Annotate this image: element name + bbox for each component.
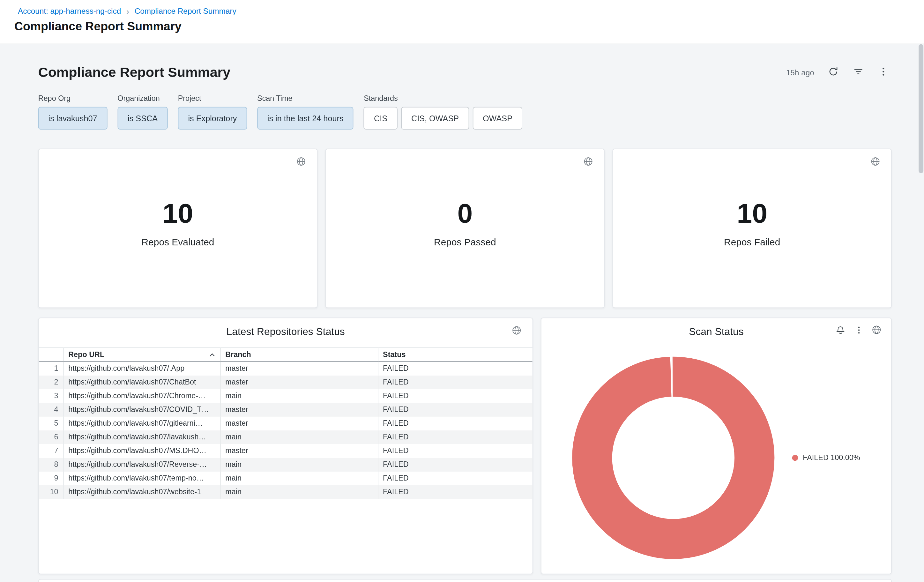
refresh-button[interactable] <box>825 64 842 81</box>
breadcrumb: Account: app-harness-ng-cicd › Complianc… <box>18 7 910 16</box>
filter-label: Project <box>178 94 247 103</box>
table-row: 8https://github.com/lavakush07/Reverse-…… <box>39 458 533 471</box>
repo-url-cell: https://github.com/lavakush07/website-1 <box>63 485 220 499</box>
kebab-menu-icon <box>878 66 889 79</box>
status-cell: FAILED <box>378 416 533 430</box>
filter-chip-project[interactable]: is Exploratory <box>178 107 247 130</box>
filter-group-repo-org: Repo Org is lavakush07 <box>38 94 107 130</box>
column-header-repo-url[interactable]: Repo URL <box>63 348 220 361</box>
status-cell: FAILED <box>378 485 533 499</box>
dashboard-actions: 15h ago <box>786 64 892 81</box>
breadcrumb-separator-icon: › <box>126 7 129 15</box>
stat-tile-row: 10 Repos Evaluated 0 Repos Passed 10 Rep… <box>38 149 892 308</box>
repo-url-cell: https://github.com/lavakush07/Reverse-… <box>63 458 220 471</box>
scan-donut-slice[interactable] <box>592 376 754 539</box>
tile-more-button[interactable] <box>853 325 865 337</box>
column-header-label: Status <box>383 350 406 359</box>
filter-chip-repo-org[interactable]: is lavakush07 <box>38 107 107 130</box>
dashboard-content: Compliance Report Summary 15h ago <box>0 44 924 582</box>
filter-chip-organization[interactable]: is SSCA <box>117 107 168 130</box>
scan-status-donut-chart <box>572 356 775 559</box>
next-tile-partial <box>38 579 892 582</box>
filter-chip-scan-time[interactable]: is in the last 24 hours <box>257 107 353 130</box>
refresh-icon <box>828 66 839 79</box>
status-cell: FAILED <box>378 403 533 416</box>
filter-group-project: Project is Exploratory <box>178 94 247 130</box>
table-row: 10https://github.com/lavakush07/website-… <box>39 485 533 499</box>
filter-label: Scan Time <box>257 94 353 103</box>
column-header-label: Branch <box>225 350 251 359</box>
last-refresh-label: 15h ago <box>786 68 814 77</box>
status-cell: FAILED <box>378 375 533 389</box>
repo-url-cell: https://github.com/lavakush07/MS.DHO… <box>63 444 220 458</box>
globe-icon <box>583 157 594 169</box>
branch-cell: main <box>220 458 378 471</box>
row-index: 6 <box>39 430 63 444</box>
sort-ascending-icon <box>209 350 215 359</box>
filter-group-scan-time: Scan Time is in the last 24 hours <box>257 94 353 130</box>
repo-url-cell: https://github.com/lavakush07/.App <box>63 361 220 375</box>
status-cell: FAILED <box>378 444 533 458</box>
row-number-column-header <box>39 348 63 361</box>
filter-bar: Repo Org is lavakush07 Organization is S… <box>38 94 892 130</box>
alert-bell-button[interactable] <box>834 325 846 337</box>
globe-icon <box>871 325 881 337</box>
scan-card-actions <box>834 325 881 337</box>
branch-cell: main <box>220 389 378 403</box>
table-row: 4https://github.com/lavakush07/COVID_T…m… <box>39 403 533 416</box>
column-header-status[interactable]: Status <box>378 348 533 361</box>
table-row: 6https://github.com/lavakush07/lavakush…… <box>39 430 533 444</box>
standards-option-owasp[interactable]: OWASP <box>472 107 523 130</box>
filter-label: Organization <box>117 94 168 103</box>
standards-option-cis-owasp[interactable]: CIS, OWASP <box>401 107 469 130</box>
dashboard-more-button[interactable] <box>875 64 892 81</box>
branch-cell: master <box>220 444 378 458</box>
table-card-title: Latest Repositories Status <box>39 318 533 338</box>
globe-icon <box>512 325 521 338</box>
row-index: 5 <box>39 416 63 430</box>
filter-icon <box>853 66 864 79</box>
table-row: 7https://github.com/lavakush07/MS.DHO…ma… <box>39 444 533 458</box>
page-scrollbar <box>919 44 923 582</box>
row-index: 3 <box>39 389 63 403</box>
repo-url-cell: https://github.com/lavakush07/COVID_T… <box>63 403 220 416</box>
repo-url-cell: https://github.com/lavakush07/gitlearni… <box>63 416 220 430</box>
latest-repositories-card: Latest Repositories Status Repo URL <box>38 318 533 574</box>
breadcrumb-current-link[interactable]: Compliance Report Summary <box>135 7 236 16</box>
row-index: 10 <box>39 485 63 499</box>
filter-label: Repo Org <box>38 94 107 103</box>
standards-option-cis[interactable]: CIS <box>364 107 398 130</box>
repo-url-cell: https://github.com/lavakush07/lavakush… <box>63 430 220 444</box>
filter-group-standards: Standards CIS CIS, OWASP OWASP <box>364 94 523 130</box>
chart-legend: FAILED 100.00% <box>792 454 860 462</box>
branch-cell: master <box>220 375 378 389</box>
scrollbar-thumb[interactable] <box>919 44 923 173</box>
branch-cell: master <box>220 403 378 416</box>
column-header-branch[interactable]: Branch <box>220 348 378 361</box>
row-index: 8 <box>39 458 63 471</box>
stat-value: 10 <box>163 199 193 227</box>
bell-icon <box>836 325 845 337</box>
branch-cell: master <box>220 361 378 375</box>
legend-dot <box>792 455 798 461</box>
row-index: 4 <box>39 403 63 416</box>
table-row: 1https://github.com/lavakush07/.Appmaste… <box>39 361 533 375</box>
status-cell: FAILED <box>378 430 533 444</box>
stat-card-repos-failed: 10 Repos Failed <box>612 149 892 308</box>
stat-label: Repos Failed <box>724 237 780 248</box>
status-cell: FAILED <box>378 471 533 485</box>
row-index: 9 <box>39 471 63 485</box>
stat-card-repos-passed: 0 Repos Passed <box>325 149 605 308</box>
breadcrumb-account-link[interactable]: Account: app-harness-ng-cicd <box>18 7 121 16</box>
filter-button[interactable] <box>850 64 866 81</box>
dashboard-title: Compliance Report Summary <box>38 63 231 81</box>
repo-url-cell: https://github.com/lavakush07/Chrome-… <box>63 389 220 403</box>
scan-status-card: Scan Status <box>541 318 892 574</box>
table-row: 9https://github.com/lavakush07/temp-no…m… <box>39 471 533 485</box>
row-index: 7 <box>39 444 63 458</box>
dashboard-header: Compliance Report Summary 15h ago <box>38 44 892 81</box>
stat-label: Repos Evaluated <box>141 237 214 248</box>
repo-url-cell: https://github.com/lavakush07/ChatBot <box>63 375 220 389</box>
globe-icon <box>296 157 306 169</box>
status-cell: FAILED <box>378 361 533 375</box>
